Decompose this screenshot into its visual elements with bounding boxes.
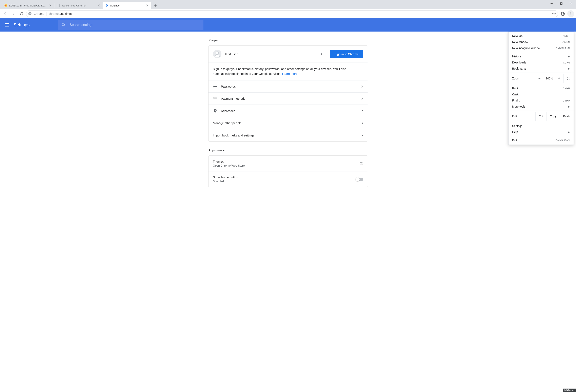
reload-button[interactable] — [18, 10, 25, 17]
tab-lo4d[interactable]: LO4D.com - Free Software Downl — [2, 2, 54, 9]
window-close-button[interactable] — [566, 0, 576, 7]
chevron-right-icon — [361, 122, 363, 124]
zoom-value: 100% — [544, 77, 555, 80]
menu-print[interactable]: Print...Ctrl+P — [509, 85, 574, 91]
key-icon — [213, 85, 217, 88]
scheme-label: Chrome — [33, 12, 44, 15]
document-favicon-icon — [57, 4, 60, 7]
chrome-menu: New tabCtrl+T New windowCtrl+N New incog… — [508, 31, 574, 145]
sign-in-button[interactable]: Sign in to Chrome — [330, 50, 363, 58]
close-tab-icon[interactable] — [49, 4, 52, 7]
menu-new-tab[interactable]: New tabCtrl+T — [509, 33, 574, 39]
avatar-icon — [213, 50, 221, 58]
new-tab-button[interactable] — [152, 2, 159, 9]
back-button[interactable] — [2, 10, 9, 17]
window-maximize-button[interactable] — [556, 0, 566, 7]
tab-settings[interactable]: Settings — [103, 2, 151, 9]
row-addresses[interactable]: Addresses — [208, 105, 368, 117]
menu-settings[interactable]: Settings — [509, 123, 574, 129]
row-current-user[interactable]: First user Sign in to Chrome — [208, 46, 368, 62]
gear-favicon-icon — [105, 4, 109, 7]
open-external-icon — [359, 161, 363, 166]
menu-cut[interactable]: Cut — [535, 112, 547, 121]
menu-separator — [509, 84, 574, 84]
section-title-people: People — [208, 31, 368, 45]
close-tab-icon[interactable] — [146, 4, 149, 7]
settings-search-input[interactable] — [70, 23, 200, 27]
window-titlebar: LO4D.com - Free Software Downl Welcome t… — [0, 0, 576, 9]
chevron-right-icon — [361, 134, 363, 136]
window-controls — [547, 0, 576, 9]
fullscreen-button[interactable] — [563, 74, 574, 83]
row-passwords[interactable]: Passwords — [208, 81, 368, 92]
window-minimize-button[interactable] — [547, 0, 556, 7]
menu-copy[interactable]: Copy — [547, 112, 560, 121]
close-tab-icon[interactable] — [97, 4, 100, 7]
sign-in-description: Sign in to get your bookmarks, history, … — [208, 62, 368, 81]
watermark-footer: LO4D.com — [563, 389, 576, 392]
address-bar[interactable]: Chrome chrome://settings — [26, 10, 558, 17]
learn-more-link[interactable]: Learn more — [282, 72, 298, 75]
menu-downloads[interactable]: DownloadsCtrl+J — [509, 60, 574, 65]
row-home-button[interactable]: Show home button Disabled — [208, 171, 368, 187]
menu-separator — [509, 52, 574, 52]
card-people: First user Sign in to Chrome Sign in to … — [208, 45, 368, 142]
menu-bookmarks[interactable]: Bookmarks▶ — [509, 65, 574, 72]
section-title-appearance: Appearance — [208, 142, 368, 155]
location-pin-icon — [213, 109, 217, 113]
menu-separator — [509, 73, 574, 73]
chevron-right-icon: ▶ — [568, 55, 570, 58]
row-payment-methods[interactable]: Payment methods — [208, 92, 368, 105]
settings-title: Settings — [14, 22, 30, 28]
settings-header: Settings — [0, 18, 576, 31]
menu-history[interactable]: History▶ — [509, 53, 574, 60]
menu-new-incognito[interactable]: New incognito windowCtrl+Shift+N — [509, 45, 574, 51]
chevron-right-icon — [361, 85, 363, 88]
menu-hamburger-button[interactable] — [4, 22, 10, 28]
menu-cast[interactable]: Cast... — [509, 91, 574, 97]
chevron-right-icon: ▶ — [568, 130, 570, 134]
menu-find[interactable]: Find...Ctrl+F — [509, 97, 574, 103]
svg-point-8 — [571, 12, 571, 13]
settings-search[interactable] — [58, 20, 203, 30]
menu-paste[interactable]: Paste — [560, 112, 574, 121]
chevron-right-icon — [361, 97, 363, 100]
row-import-bookmarks[interactable]: Import bookmarks and settings — [208, 129, 368, 141]
chrome-logo-icon — [28, 12, 31, 15]
svg-point-9 — [571, 13, 571, 14]
forward-button[interactable] — [10, 10, 17, 17]
menu-more-tools[interactable]: More tools▶ — [509, 103, 574, 110]
tabs-strip: LO4D.com - Free Software Downl Welcome t… — [0, 0, 547, 9]
menu-help[interactable]: Help▶ — [509, 129, 574, 135]
row-manage-other-people[interactable]: Manage other people — [208, 117, 368, 129]
url-display: chrome://settings — [49, 12, 550, 15]
toolbar: Chrome chrome://settings — [0, 9, 576, 18]
home-button-toggle[interactable] — [356, 178, 363, 181]
zoom-in-button[interactable]: + — [555, 74, 563, 83]
svg-rect-16 — [217, 86, 217, 87]
zoom-out-button[interactable]: − — [535, 74, 544, 83]
svg-point-11 — [62, 24, 64, 26]
tab-welcome[interactable]: Welcome to Chrome — [54, 2, 103, 9]
tab-label: Settings — [110, 4, 144, 7]
menu-separator — [509, 111, 574, 111]
chrome-menu-button[interactable] — [567, 10, 574, 17]
svg-rect-17 — [213, 97, 217, 100]
svg-point-7 — [562, 12, 563, 14]
credit-card-icon — [213, 97, 217, 100]
chevron-right-icon: ▶ — [568, 67, 570, 70]
star-icon[interactable] — [552, 12, 556, 16]
svg-point-5 — [29, 13, 30, 14]
svg-point-10 — [571, 14, 571, 15]
settings-content: People First user Sign in to Chrome Sign… — [0, 31, 576, 392]
menu-exit[interactable]: ExitCtrl+Shift+Q — [509, 137, 574, 143]
tab-label: Welcome to Chrome — [62, 4, 96, 7]
profile-button[interactable] — [559, 10, 566, 17]
search-icon — [62, 23, 66, 27]
svg-point-1 — [5, 5, 6, 6]
row-themes[interactable]: Themes Open Chrome Web Store — [208, 156, 368, 171]
lo4d-favicon-icon — [4, 4, 7, 7]
menu-zoom-row: Zoom − 100% + — [509, 74, 574, 83]
menu-new-window[interactable]: New windowCtrl+N — [509, 39, 574, 45]
svg-point-14 — [214, 86, 214, 87]
